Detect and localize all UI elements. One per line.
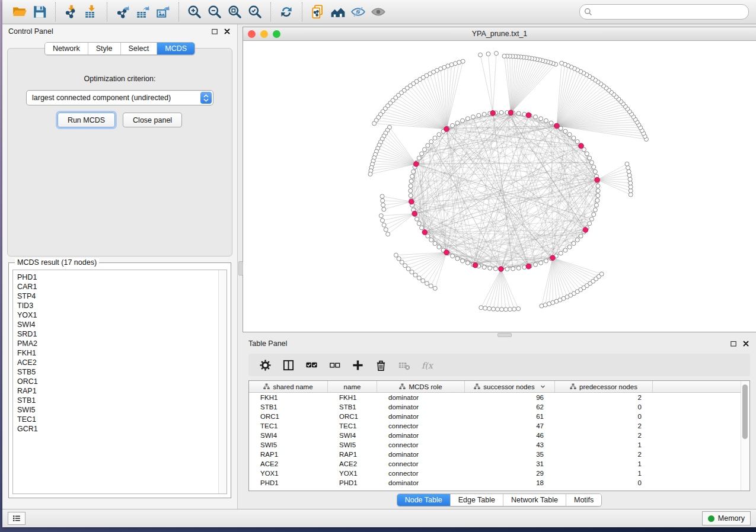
- table-cell[interactable]: TEC1: [328, 422, 377, 430]
- table-cell[interactable]: ORC1: [328, 413, 377, 420]
- table-cell[interactable]: 2: [555, 432, 653, 439]
- table-cell[interactable]: ACE2: [328, 460, 377, 467]
- add-column-button[interactable]: [350, 358, 365, 372]
- mcds-result-item[interactable]: YOX1: [17, 310, 218, 320]
- import-network-button[interactable]: [61, 2, 81, 21]
- mcds-result-item[interactable]: ORC1: [17, 377, 218, 386]
- save-button[interactable]: [30, 2, 50, 21]
- open-folder-button[interactable]: [9, 2, 30, 21]
- table-cell[interactable]: PHD1: [328, 479, 377, 486]
- search-input[interactable]: [593, 7, 746, 17]
- table-cell[interactable]: PHD1: [249, 479, 328, 486]
- table-cell[interactable]: 1: [555, 460, 653, 467]
- table-cell[interactable]: 1: [555, 441, 653, 448]
- table-cell[interactable]: STB1: [249, 403, 328, 411]
- column-header-name[interactable]: name: [328, 381, 377, 392]
- select-all-button[interactable]: [304, 358, 318, 372]
- table-cell[interactable]: RAP1: [249, 451, 328, 458]
- search-box[interactable]: [579, 4, 749, 20]
- import-table-button[interactable]: [81, 2, 101, 21]
- mcds-result-item[interactable]: SWI5: [17, 405, 218, 415]
- table-cell[interactable]: dominator: [377, 432, 465, 439]
- table-cell[interactable]: 2: [555, 451, 653, 458]
- zoom-selected-button[interactable]: [245, 2, 265, 21]
- task-history-button[interactable]: [8, 512, 25, 525]
- deselect-all-button[interactable]: [327, 358, 342, 372]
- tab-motifs[interactable]: Motifs: [566, 494, 601, 506]
- table-cell[interactable]: dominator: [377, 479, 465, 486]
- zoom-out-button[interactable]: [205, 2, 225, 21]
- run-mcds-button[interactable]: Run MCDS: [58, 113, 115, 127]
- table-cell[interactable]: SWI4: [328, 432, 377, 439]
- export-image-button[interactable]: [153, 2, 173, 21]
- table-cell[interactable]: 46: [465, 432, 555, 439]
- table-cell[interactable]: 0: [555, 413, 653, 420]
- mcds-result-item[interactable]: ACE2: [17, 358, 218, 367]
- mcds-result-item[interactable]: STB5: [17, 367, 218, 377]
- column-header-successor-nodes[interactable]: successor nodes: [465, 381, 555, 392]
- mcds-result-list[interactable]: PHD1CAR1STP4TID3YOX1SWI4SRD1PMA2FKH1ACE2…: [12, 270, 227, 494]
- close-panel-button[interactable]: Close panel: [123, 113, 182, 127]
- table-cell[interactable]: 1: [555, 470, 653, 477]
- table-cell[interactable]: ACE2: [249, 460, 328, 467]
- float-panel-icon[interactable]: [729, 339, 738, 348]
- table-cell[interactable]: dominator: [377, 403, 465, 411]
- table-cell[interactable]: 0: [555, 403, 653, 411]
- table-cell[interactable]: dominator: [377, 394, 465, 401]
- gear-button[interactable]: [258, 358, 272, 372]
- table-cell[interactable]: RAP1: [328, 451, 377, 458]
- table-cell[interactable]: connector: [377, 460, 465, 467]
- network-graph[interactable]: [243, 41, 756, 332]
- table-row[interactable]: YOX1YOX1connector291: [249, 469, 741, 478]
- table-cell[interactable]: 2: [555, 422, 653, 430]
- table-cell[interactable]: 61: [465, 413, 555, 420]
- table-cell[interactable]: FKH1: [249, 394, 328, 401]
- table-cell[interactable]: YOX1: [249, 470, 328, 477]
- tab-network[interactable]: Network: [45, 43, 88, 55]
- show-columns-button[interactable]: [281, 358, 295, 372]
- table-scrollbar-thumb[interactable]: [742, 384, 748, 439]
- column-header-predecessor-nodes[interactable]: predecessor nodes: [555, 381, 653, 392]
- table-cell[interactable]: 29: [465, 470, 555, 477]
- export-network-button[interactable]: [113, 2, 133, 21]
- zoom-in-button[interactable]: [184, 2, 205, 21]
- column-header-shared-name[interactable]: shared name: [249, 381, 328, 392]
- splitter-grip[interactable]: [497, 333, 512, 337]
- table-row[interactable]: ORC1ORC1dominator610: [249, 412, 741, 421]
- table-cell[interactable]: YOX1: [328, 470, 377, 477]
- show-all-button[interactable]: [368, 2, 388, 21]
- delete-row-button[interactable]: [374, 358, 388, 372]
- table-cell[interactable]: SWI5: [328, 441, 377, 448]
- table-row[interactable]: SWI5SWI5connector431: [249, 440, 741, 450]
- mcds-result-item[interactable]: STB1: [17, 396, 218, 405]
- tab-style[interactable]: Style: [88, 43, 120, 55]
- new-network-from-selection-button[interactable]: [308, 2, 328, 21]
- table-cell[interactable]: 62: [465, 403, 555, 411]
- first-neighbors-button[interactable]: [328, 2, 348, 21]
- table-cell[interactable]: FKH1: [328, 394, 377, 401]
- optimization-criterion-select[interactable]: largest connected component (undirected): [26, 90, 213, 105]
- table-cell[interactable]: 31: [465, 460, 555, 467]
- table-cell[interactable]: connector: [377, 422, 465, 430]
- table-cell[interactable]: SWI4: [249, 432, 328, 439]
- table-cell[interactable]: TEC1: [249, 422, 328, 430]
- horizontal-splitter[interactable]: [243, 332, 756, 336]
- tab-edge-table[interactable]: Edge Table: [450, 494, 503, 506]
- table-row[interactable]: FKH1FKH1dominator962: [249, 393, 741, 402]
- table-row[interactable]: SWI4SWI4dominator462: [249, 431, 741, 440]
- table-cell[interactable]: connector: [377, 441, 465, 448]
- mcds-result-item[interactable]: SWI4: [17, 320, 218, 329]
- mcds-result-item[interactable]: SRD1: [17, 329, 218, 339]
- table-cell[interactable]: 43: [465, 441, 555, 448]
- table-cell[interactable]: ORC1: [249, 413, 328, 420]
- tab-network-table[interactable]: Network Table: [503, 494, 566, 506]
- network-canvas[interactable]: [243, 41, 756, 332]
- close-panel-icon[interactable]: [223, 27, 231, 36]
- mcds-result-item[interactable]: RAP1: [17, 386, 218, 396]
- refresh-button[interactable]: [276, 2, 296, 21]
- table-scrollbar[interactable]: [741, 381, 749, 491]
- mcds-result-item[interactable]: FKH1: [17, 348, 218, 358]
- close-panel-icon[interactable]: [742, 339, 750, 348]
- table-cell[interactable]: 2: [555, 394, 653, 401]
- table-row[interactable]: RAP1RAP1dominator352: [249, 450, 741, 459]
